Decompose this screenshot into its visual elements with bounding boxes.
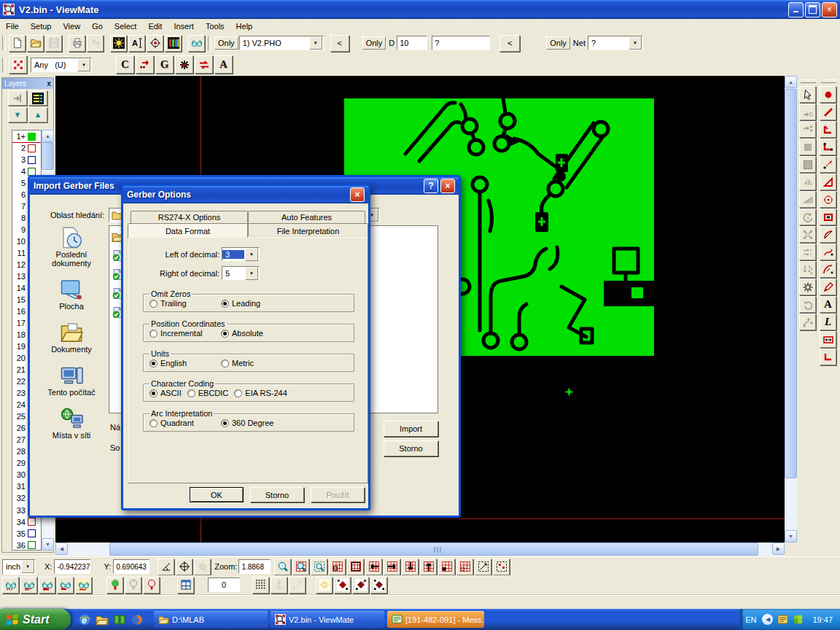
task-button-0[interactable]: D:\MLAB [154, 611, 268, 628]
print-button[interactable] [69, 35, 85, 52]
layer-color-swatch[interactable] [28, 133, 36, 141]
language-indicator[interactable]: EN [745, 615, 756, 624]
anchor-button[interactable] [271, 577, 287, 594]
tab-data-format[interactable]: Data Format [128, 223, 248, 238]
radio-trailing[interactable]: Trailing [149, 299, 215, 308]
corner-dn-button[interactable] [820, 349, 836, 365]
dialog-title-bar[interactable]: Gerber Options × [123, 186, 368, 203]
apply-button[interactable]: Použít [311, 487, 365, 502]
layer-color-swatch[interactable] [28, 541, 36, 549]
zoom-select-button[interactable] [311, 559, 327, 575]
units-select[interactable]: inch ▼ [2, 559, 36, 575]
place-documents[interactable]: Dokumenty [37, 320, 106, 354]
bulb-green-button[interactable] [106, 577, 123, 594]
view-glasses-button[interactable] [188, 35, 205, 52]
fill-b-button[interactable] [799, 156, 816, 173]
chevron-down-icon[interactable]: ▼ [77, 58, 90, 71]
pad-round-button[interactable] [820, 86, 836, 103]
angle-measure-button[interactable] [158, 559, 174, 575]
layer-color-swatch[interactable] [28, 529, 36, 537]
grid-b-button[interactable] [347, 559, 364, 575]
pad-d-button[interactable] [370, 577, 387, 594]
tray-note-icon[interactable] [777, 614, 788, 625]
layer-row-1+[interactable]: 1+ [12, 131, 41, 142]
undo-button[interactable] [799, 296, 816, 313]
new-file-button[interactable] [9, 35, 26, 52]
rotate-button[interactable] [799, 209, 816, 225]
scroll-up-icon[interactable]: ▲ [42, 130, 54, 142]
minimize-button[interactable] [788, 2, 804, 18]
scroll-right-icon[interactable]: ▶ [772, 542, 785, 555]
pan-left-button[interactable] [365, 559, 382, 575]
stretch-sel-button[interactable] [475, 559, 491, 575]
task-button-1[interactable]: V2.bin - ViewMate [271, 611, 384, 628]
only-net-button[interactable]: Only [546, 36, 570, 50]
start-button[interactable]: Start [0, 609, 71, 630]
fill-a-button[interactable] [799, 139, 816, 155]
toolbar-grip[interactable] [821, 79, 836, 83]
tri-tool-button[interactable] [820, 174, 836, 190]
chevron-down-icon[interactable]: ▼ [245, 267, 258, 280]
open-file-button[interactable] [27, 35, 44, 52]
close-button[interactable]: × [350, 187, 365, 202]
radio-leading[interactable]: Leading [221, 299, 260, 308]
dim-l-button[interactable]: L [820, 314, 836, 330]
layer-color-swatch[interactable] [28, 518, 36, 526]
route-gray-button[interactable] [799, 104, 816, 120]
aperture-grid-button[interactable] [9, 55, 27, 74]
chevron-down-icon[interactable]: ▼ [629, 36, 642, 50]
layer-color-swatch[interactable] [28, 156, 36, 164]
place-computer[interactable]: Tento počítač [37, 363, 106, 397]
only-dcode-button[interactable]: Only [362, 36, 386, 50]
zoom-lens-button[interactable] [274, 559, 291, 575]
radio-360-degree[interactable]: 360 Degree [221, 419, 274, 427]
tray-util-icon[interactable] [793, 614, 804, 625]
save-file-button[interactable] [45, 35, 62, 52]
prev-layer-button[interactable]: < [330, 35, 349, 52]
select-flash-button[interactable] [175, 55, 193, 74]
bulb-red-button[interactable] [143, 577, 160, 594]
radio-english[interactable]: English [149, 359, 215, 368]
place-recent-documents[interactable]: Poslední dokumenty [37, 225, 106, 268]
scroll-left-icon[interactable]: ◀ [55, 542, 68, 555]
menu-select[interactable]: Select [109, 20, 143, 32]
view-4-button[interactable] [57, 577, 74, 594]
zoom-grid-button[interactable] [292, 559, 309, 575]
select-g-button[interactable]: G [155, 55, 174, 74]
left-of-decimal-select[interactable]: 3 ▼ [222, 247, 260, 261]
help-button[interactable]: ? [424, 179, 438, 193]
flash-aperture-button[interactable] [110, 35, 127, 52]
close-icon[interactable]: x [47, 79, 51, 88]
pan-down-button[interactable] [402, 559, 419, 575]
dcode-input[interactable]: 10 [397, 36, 427, 50]
dot-grid-button[interactable] [252, 577, 269, 594]
arc-tool-button[interactable] [820, 226, 836, 243]
tab-rs274-x-options[interactable]: RS274-X Options [131, 211, 248, 224]
center-target-button[interactable] [176, 559, 192, 575]
restore-button[interactable] [805, 2, 820, 18]
cancel-button[interactable]: Storno [250, 487, 304, 502]
curve-tool-button[interactable] [820, 244, 836, 260]
firefox-icon[interactable] [131, 613, 144, 626]
import-button[interactable]: Import [384, 421, 438, 437]
scrollbar-thumb[interactable] [109, 542, 758, 556]
move-up-button[interactable]: ▲ [28, 107, 47, 122]
select-c-button[interactable]: C [116, 55, 134, 74]
text-scale-button[interactable]: A [128, 35, 145, 52]
gear-button[interactable] [799, 279, 816, 295]
pen-button[interactable] [820, 279, 836, 295]
cell-b-button[interactable] [456, 559, 473, 575]
prev-net-button[interactable]: < [499, 35, 520, 52]
folder-ql-icon[interactable] [96, 613, 109, 626]
dock-left-button[interactable] [8, 90, 27, 106]
place-desktop[interactable]: Plocha [37, 277, 106, 311]
dim-w-button[interactable] [820, 331, 836, 348]
menu-setup[interactable]: Setup [25, 20, 58, 32]
menu-edit[interactable]: Edit [142, 20, 168, 32]
net-select[interactable]: ? ▼ [588, 36, 643, 50]
select-text-button[interactable]: A [214, 55, 233, 74]
layer-color-swatch[interactable] [28, 168, 36, 176]
measure-move-button[interactable] [289, 577, 306, 594]
menu-insert[interactable]: Insert [168, 20, 200, 32]
quad-view-button[interactable] [177, 577, 194, 594]
